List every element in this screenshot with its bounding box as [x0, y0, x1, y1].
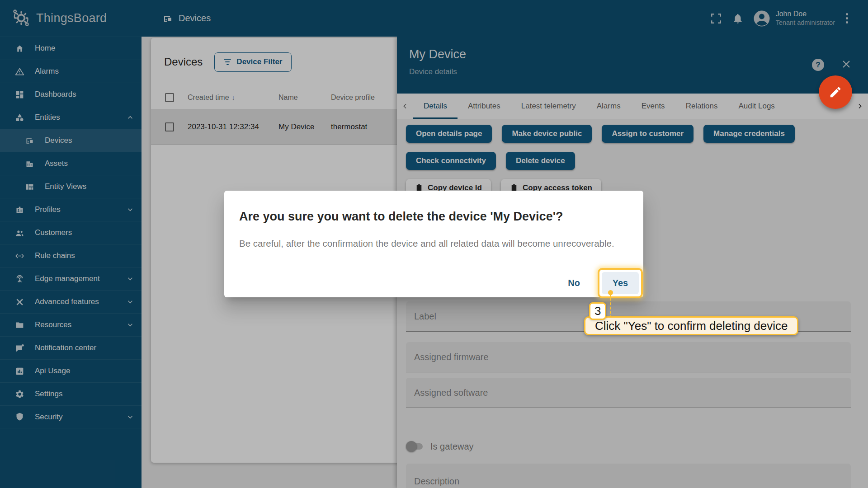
- annotation-step-badge: 3: [589, 302, 606, 320]
- no-button[interactable]: No: [560, 272, 588, 294]
- dialog-title: Are you sure you want to delete the devi…: [239, 210, 628, 224]
- annotation-tooltip: Click "Yes" to confirm deleting device: [584, 316, 798, 335]
- confirm-delete-dialog: Are you sure you want to delete the devi…: [224, 191, 643, 297]
- annotation-connector-line: [610, 294, 611, 318]
- dialog-body: Be careful, after the confirmation the d…: [239, 238, 628, 249]
- edit-fab-button[interactable]: [819, 75, 852, 109]
- pencil-icon: [829, 85, 842, 99]
- yes-button[interactable]: Yes: [602, 272, 639, 294]
